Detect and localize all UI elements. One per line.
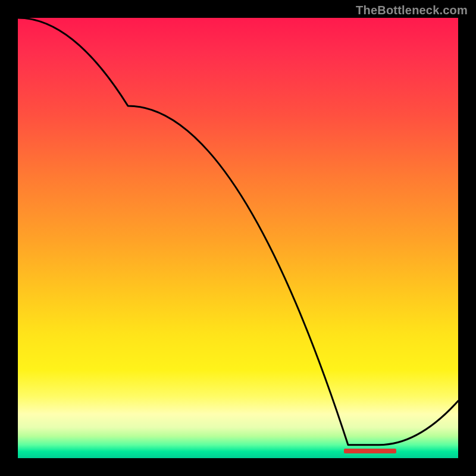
watermark-text: TheBottleneck.com	[356, 4, 468, 17]
chart-frame: TheBottleneck.com	[0, 0, 476, 476]
plot-area	[18, 18, 458, 458]
line-layer	[18, 18, 458, 458]
bottleneck-curve	[18, 18, 458, 445]
optimal-range-marker	[344, 449, 397, 453]
